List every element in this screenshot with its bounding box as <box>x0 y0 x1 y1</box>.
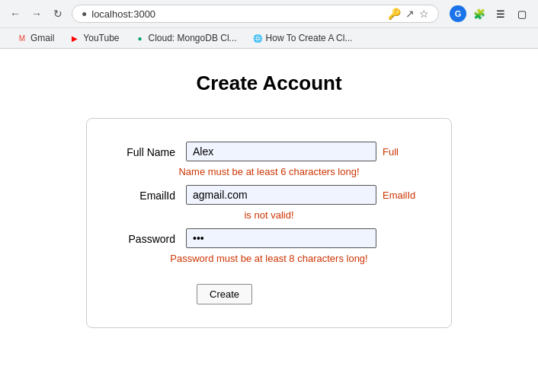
email-error-below: is not valid! <box>117 209 421 221</box>
password-label: Password <box>117 228 186 245</box>
fullname-inline-error: Full <box>383 146 399 158</box>
url-text: localhost:3000 <box>91 8 383 20</box>
extensions-icon[interactable]: 🧩 <box>471 5 488 22</box>
fullname-group: Full Name Full Name must be at least 6 c… <box>117 142 421 177</box>
email-input[interactable] <box>186 185 376 205</box>
page-title: Create Account <box>196 72 341 95</box>
gmail-favicon: M <box>17 33 27 43</box>
fullname-error-row: Name must be at least 6 characters long! <box>117 164 421 177</box>
browser-chrome: ← → ↻ ● localhost:3000 🔑 ↗ ☆ G 🧩 ☰ ▢ M G… <box>0 0 538 49</box>
browser-icons: G 🧩 ☰ ▢ <box>450 5 530 22</box>
address-bar[interactable]: ● localhost:3000 🔑 ↗ ☆ <box>72 5 439 23</box>
reload-button[interactable]: ↻ <box>50 6 66 21</box>
bookmarks-bar: M Gmail ▶ YouTube ● Cloud: MongoDB Cl...… <box>0 27 538 48</box>
form-container: Full Name Full Name must be at least 6 c… <box>86 118 452 328</box>
password-input-wrap <box>186 228 376 248</box>
bookmark-youtube[interactable]: ▶ YouTube <box>63 31 125 45</box>
create-button[interactable]: Create <box>197 284 252 304</box>
bookmark-gmail[interactable]: M Gmail <box>11 31 60 45</box>
bookmark-howto[interactable]: 🌐 How To Create A Cl... <box>246 31 359 45</box>
grammarly-icon[interactable]: G <box>450 5 466 22</box>
mongodb-favicon: ● <box>135 33 146 43</box>
address-icons: 🔑 ↗ ☆ <box>388 8 429 20</box>
tab-menu-icon[interactable]: ☰ <box>492 5 509 22</box>
fullname-row: Full Name Full <box>117 142 421 161</box>
password-error-below: Password must be at least 8 characters l… <box>117 253 421 264</box>
back-button[interactable]: ← <box>8 6 23 21</box>
key-icon: 🔑 <box>388 8 401 20</box>
star-icon: ☆ <box>419 8 429 20</box>
email-label: EmailId <box>117 185 186 202</box>
password-error-row: Password must be at least 8 characters l… <box>117 251 421 264</box>
btn-row: Create <box>197 272 421 304</box>
lock-icon: ● <box>82 8 87 19</box>
youtube-favicon: ▶ <box>69 33 80 43</box>
bookmark-mongodb[interactable]: ● Cloud: MongoDB Cl... <box>129 31 243 45</box>
fullname-label: Full Name <box>117 142 186 158</box>
fullname-input[interactable] <box>186 142 376 161</box>
fullname-error-below: Name must be at least 6 characters long! <box>117 166 421 177</box>
window-icon[interactable]: ▢ <box>514 5 530 22</box>
email-inline-error: EmailId <box>383 190 415 201</box>
email-error-row: is not valid! <box>117 208 421 221</box>
mongodb-label: Cloud: MongoDB Cl... <box>149 33 237 43</box>
fullname-input-wrap: Full <box>186 142 399 161</box>
howto-label: How To Create A Cl... <box>266 33 353 43</box>
nav-bar: ← → ↻ ● localhost:3000 🔑 ↗ ☆ G 🧩 ☰ ▢ <box>0 0 538 27</box>
password-group: Password Password must be at least 8 cha… <box>117 228 421 264</box>
email-input-wrap: EmailId <box>186 185 415 205</box>
email-row: EmailId EmailId <box>117 185 421 205</box>
howto-favicon: 🌐 <box>252 33 263 43</box>
password-input[interactable] <box>186 228 376 248</box>
youtube-label: YouTube <box>83 33 119 43</box>
gmail-label: Gmail <box>30 33 54 43</box>
share-icon: ↗ <box>405 8 415 20</box>
forward-button[interactable]: → <box>29 6 44 21</box>
page-content: Create Account Full Name Full Name must … <box>0 49 538 351</box>
password-row: Password <box>117 228 421 248</box>
email-group: EmailId EmailId is not valid! <box>117 185 421 221</box>
